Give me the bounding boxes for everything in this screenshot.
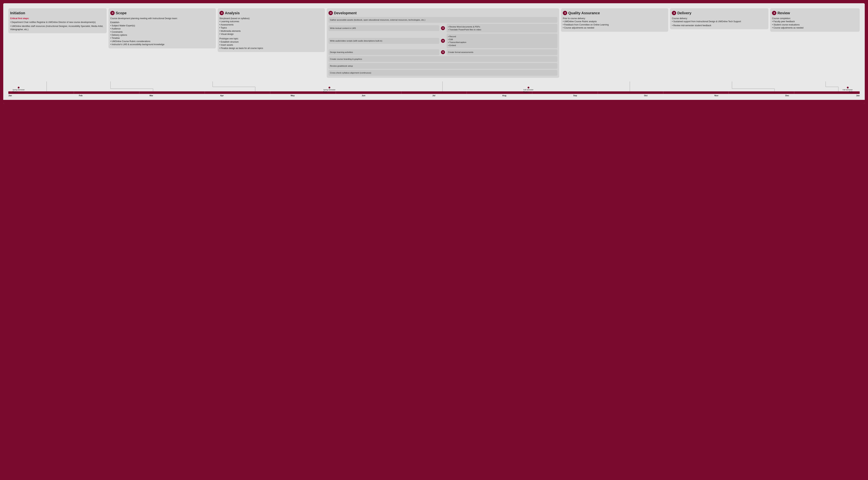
dev-cell-write-textual: Write textual content in LMS	[329, 25, 439, 31]
month-feb: Feb	[79, 95, 83, 97]
month-aug: Aug	[502, 95, 506, 97]
dev-cell-gradebook: Review gradebook setup	[329, 63, 557, 69]
connectors-svg	[8, 81, 860, 91]
month-jan-end: Jan	[856, 95, 860, 97]
scope-content: Course development planning meeting with…	[110, 17, 214, 46]
connector-area	[8, 81, 860, 91]
phase-scope: ➔ Scope Course development planning meet…	[108, 8, 216, 48]
month-mar: Mar	[150, 95, 153, 97]
phase-scope-box: ➔ Scope Course development planning meet…	[108, 8, 216, 48]
analysis-title: ➔ Analysis	[219, 10, 323, 15]
milestone-spring-begins: Spring SemesterBegins	[13, 87, 25, 93]
development-title: ➔ Development	[329, 10, 557, 15]
review-arrow-icon: ➔	[772, 11, 776, 15]
phase-review-box: ➔ Review Course completion: • Faculty pe…	[770, 8, 860, 32]
phase-qa: ➔ Quality Assurance Prior to course deli…	[561, 8, 668, 32]
phase-development: ➔ Development Gather accessible assets (…	[327, 8, 559, 78]
phase-initiation: Initiation Critical first steps: • Depar…	[8, 8, 107, 33]
month-jan-start: Jan	[8, 95, 12, 97]
dev-cell-write-audio: Write audio/video scripts (with audio de…	[329, 38, 439, 44]
phase-development-box: ➔ Development Gather accessible assets (…	[327, 8, 559, 78]
timeline-area: Spring SemesterBegins Spring SemesterEnd…	[8, 81, 860, 100]
review-content: Course completion: • Faculty peer feedba…	[772, 17, 858, 30]
scope-arrow-icon: ➔	[110, 11, 115, 15]
phase-initiation-box: Initiation Critical first steps: • Depar…	[8, 8, 107, 33]
phases-row: Initiation Critical first steps: • Depar…	[8, 8, 860, 78]
month-dec: Dec	[785, 95, 789, 97]
month-jul: Jul	[432, 95, 435, 97]
month-sep: Sep	[573, 95, 577, 97]
dev-cell-review-word: • Review Word documents & PDFs• Translat…	[446, 24, 557, 33]
month-labels: Jan Feb Mar Apr May Jun Jul Aug Sep Oct …	[8, 94, 860, 100]
phase-review: ➔ Review Course completion: • Faculty pe…	[770, 8, 860, 32]
milestone-spring-ends: Spring SemesterEnds	[323, 87, 335, 93]
main-container: Initiation Critical first steps: • Depar…	[3, 3, 865, 104]
month-may: May	[291, 95, 295, 97]
bottom-bar	[3, 100, 865, 104]
qa-content: Prior to course delivery: • UMOnline Cou…	[563, 17, 666, 30]
initiation-content: • Department Chair notifies Registrar & …	[10, 21, 105, 31]
dev-cell-branding: Create course branding & graphics	[329, 56, 557, 62]
dev-row-1: Write textual content in LMS ➔ • Review …	[329, 24, 557, 33]
dev-cell-crosscheck: Cross-check syllabus alignment (continuo…	[329, 70, 557, 76]
phase-analysis: ➔ Analysis Storyboard (based on syllabus…	[218, 8, 325, 52]
review-title: ➔ Review	[772, 10, 858, 15]
dev-arrow-3: ➔	[440, 50, 445, 54]
delivery-title: ➔ Delivery	[672, 10, 767, 15]
phase-analysis-box: ➔ Analysis Storyboard (based on syllabus…	[218, 8, 325, 52]
delivery-content: Course delivery: • Sustained support fro…	[672, 17, 767, 27]
dev-cell-gather: Gather accessible assets (textbook, open…	[329, 17, 557, 23]
critical-label: Critical first steps:	[10, 17, 105, 20]
dev-arrow-1: ➔	[440, 26, 445, 30]
delivery-arrow-icon: ➔	[672, 11, 676, 15]
phase-delivery: ➔ Delivery Course delivery: • Sustained …	[670, 8, 768, 29]
dev-cell-create-formal: Create formal assessments	[446, 49, 557, 55]
initiation-title: Initiation	[10, 10, 105, 15]
phase-delivery-box: ➔ Delivery Course delivery: • Sustained …	[670, 8, 768, 29]
dev-row-3: Design learning activities ➔ Create form…	[329, 49, 557, 55]
month-nov: Nov	[714, 95, 718, 97]
qa-arrow-icon: ➔	[563, 11, 567, 15]
milestone-fall-begins: Fall SemesterBegins	[523, 87, 533, 93]
month-oct: Oct	[644, 95, 647, 97]
milestone-fall-ends: Fall SemesterEnds	[843, 87, 853, 93]
dev-cell-record: • Record• Edit• Transcribe/caption• Embe…	[446, 34, 557, 48]
development-arrow-icon: ➔	[329, 11, 333, 15]
timeline-bar: Spring SemesterBegins Spring SemesterEnd…	[8, 91, 860, 94]
development-cells: Gather accessible assets (textbook, open…	[329, 17, 557, 76]
phase-qa-box: ➔ Quality Assurance Prior to course deli…	[561, 8, 668, 32]
dev-cell-design-learning: Design learning activities	[329, 49, 439, 55]
scope-title: ➔ Scope	[110, 10, 214, 15]
month-jun: Jun	[362, 95, 365, 97]
analysis-content: Storyboard (based on syllabus): • Learni…	[219, 17, 323, 50]
month-apr: Apr	[220, 95, 224, 97]
dev-row-2: Write audio/video scripts (with audio de…	[329, 34, 557, 48]
dev-arrow-2: ➔	[440, 39, 445, 43]
qa-title: ➔ Quality Assurance	[563, 10, 666, 15]
analysis-arrow-icon: ➔	[219, 11, 224, 15]
